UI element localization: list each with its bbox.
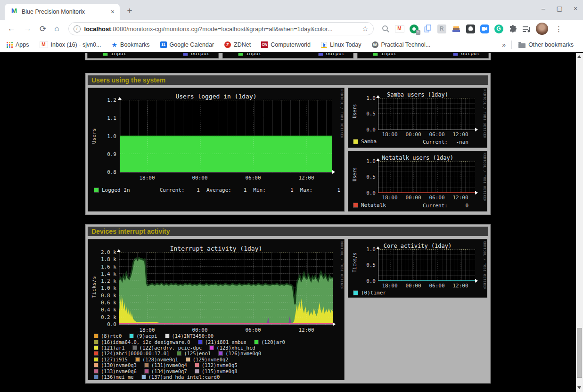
rrdtool-credit: RRDTOOL / TOBI OETIKER bbox=[483, 153, 486, 202]
bookmark-bookmarks[interactable]: ★ Bookmarks bbox=[112, 41, 150, 49]
network-graph-partial[interactable]: Input Output bbox=[87, 53, 219, 58]
window-close-icon[interactable]: × bbox=[572, 5, 579, 12]
legend-label: (131)nvme0q4 bbox=[151, 362, 187, 368]
samba-users-graph[interactable]: Samba users (1day) RRDTOOL / TOBI OETIKE… bbox=[348, 88, 487, 148]
rrdtool-credit: RRDTOOL / TOBI OETIKER bbox=[340, 90, 344, 139]
tick: 2.0 k bbox=[97, 249, 116, 255]
netatalk-users-graph[interactable]: Netatalk users (1day) RRDTOOL / TOBI OET… bbox=[348, 151, 487, 212]
grammarly-extension-icon[interactable]: G bbox=[494, 24, 503, 33]
bookmark-label: Google Calendar bbox=[170, 41, 214, 48]
tick: 1.0 bbox=[358, 95, 376, 101]
legend-swatch bbox=[94, 357, 99, 362]
bookmarks-overflow-icon[interactable]: » bbox=[502, 41, 506, 49]
network-graph-partial[interactable]: Input Output bbox=[357, 53, 489, 58]
apps-grid-icon bbox=[7, 42, 13, 48]
google-voice-extension-icon[interactable]: ? bbox=[410, 24, 419, 33]
tick: 1.0 bbox=[97, 133, 116, 139]
linux-today-icon: lt bbox=[321, 42, 327, 48]
bookmark-star-icon[interactable]: ☆ bbox=[362, 24, 368, 33]
computerworld-icon: CW bbox=[261, 41, 268, 48]
profile-avatar[interactable] bbox=[536, 23, 548, 35]
extensions-puzzle-icon[interactable] bbox=[509, 24, 517, 33]
legend-label: Samba bbox=[361, 139, 377, 145]
bookmark-linux-today[interactable]: lt Linux Today bbox=[321, 41, 361, 48]
zoom-extension-icon[interactable] bbox=[480, 24, 489, 33]
back-icon[interactable]: ← bbox=[8, 24, 16, 33]
tick: 00:00 bbox=[190, 175, 209, 181]
zdnet-icon: Z bbox=[224, 41, 231, 48]
keep-extension-icon[interactable] bbox=[466, 24, 475, 33]
gmail-extension-icon[interactable]: M bbox=[395, 25, 404, 33]
books-extension-icon[interactable] bbox=[452, 24, 461, 33]
bookmark-practical-technology[interactable]: W Practical Technol... bbox=[372, 41, 431, 48]
gmail-icon: M bbox=[40, 41, 48, 48]
bookmark-apps[interactable]: Apps bbox=[7, 41, 29, 48]
scroll-down-icon[interactable] bbox=[577, 386, 581, 389]
home-icon[interactable]: ⌂ bbox=[54, 24, 59, 33]
plot-area bbox=[378, 98, 475, 130]
legend-swatch bbox=[94, 369, 99, 374]
x-axis-arrow-icon bbox=[332, 170, 335, 174]
stat-label: Current: bbox=[423, 203, 448, 209]
tick: 0.5 bbox=[358, 111, 376, 117]
other-bookmarks[interactable]: Other bookmarks bbox=[518, 41, 574, 48]
legend-label: (132)nvme0q5 bbox=[202, 362, 238, 368]
page-scrollbar[interactable] bbox=[576, 53, 583, 392]
folder-icon bbox=[518, 43, 526, 48]
legend-swatch bbox=[195, 369, 199, 374]
legend-label: Logged In bbox=[102, 187, 153, 193]
bookmark-label: ZDNet bbox=[234, 41, 251, 48]
stat-label: Min: bbox=[253, 187, 266, 193]
y-axis-arrow-icon bbox=[118, 97, 122, 100]
core-activity-graph[interactable]: Core activity (1day) RRDTOOL / TOBI OETI… bbox=[348, 239, 487, 298]
legend-swatch bbox=[144, 363, 149, 368]
monitorix-favicon-icon: M bbox=[10, 7, 18, 16]
scroll-up-icon[interactable] bbox=[577, 55, 581, 58]
users-section: Users using the system Users logged in (… bbox=[85, 73, 491, 215]
legend-label: (0)timer bbox=[361, 290, 386, 296]
bookmark-zdnet[interactable]: Z ZDNet bbox=[224, 41, 251, 48]
browser-menu-icon[interactable]: ⋮ bbox=[555, 24, 563, 33]
scrollbar-thumb[interactable] bbox=[577, 328, 582, 378]
tick: 0.6 k bbox=[97, 300, 116, 306]
legend-swatch bbox=[132, 345, 137, 350]
browser-tab[interactable]: M Blue Precision Monitorix × bbox=[5, 4, 120, 20]
legend-swatch bbox=[141, 375, 146, 379]
stat-value: 0 bbox=[449, 203, 468, 209]
bookmark-google-calendar[interactable]: 31 Google Calendar bbox=[160, 41, 214, 48]
legend-swatch bbox=[94, 363, 99, 368]
tick: 18:00 bbox=[138, 327, 156, 333]
tick: 06:00 bbox=[427, 195, 446, 201]
tick: 1.2 k bbox=[97, 278, 116, 284]
maximize-icon[interactable]: ▢ bbox=[556, 5, 563, 12]
interrupt-activity-graph[interactable]: Interrupt activity (1day) RRDTOOL / TOBI… bbox=[88, 239, 345, 380]
svg-text:M: M bbox=[11, 7, 17, 15]
legend-swatch bbox=[94, 188, 99, 193]
tab-close-icon[interactable]: × bbox=[109, 8, 116, 16]
tick: 0.2 k bbox=[97, 314, 116, 320]
chart-legend: Samba bbox=[353, 139, 377, 145]
bookmark-computerworld[interactable]: CW Computerworld bbox=[261, 41, 311, 48]
address-bar[interactable]: i localhost:8080/monitorix-cgi/monitorix… bbox=[68, 22, 374, 35]
legend-swatch bbox=[195, 363, 199, 368]
users-logged-in-graph[interactable]: Users logged in (1day) RRDTOOL / TOBI OE… bbox=[88, 88, 345, 212]
new-tab-button[interactable]: + bbox=[123, 5, 136, 17]
bookmark-label: Linux Today bbox=[330, 41, 361, 48]
tick: 0.4 k bbox=[97, 307, 116, 313]
playlist-extension-icon[interactable] bbox=[522, 25, 531, 33]
r-extension-icon[interactable]: R bbox=[437, 24, 446, 33]
copy-pages-extension-icon[interactable] bbox=[424, 24, 432, 33]
network-graph-partial[interactable]: Input Output bbox=[222, 53, 354, 58]
legend-label: (122)aerdrv, pcie-dpc bbox=[140, 345, 202, 351]
tab-title: Blue Precision Monitorix bbox=[22, 8, 109, 15]
y-axis-arrow-icon bbox=[376, 95, 380, 98]
page-info-icon[interactable]: i bbox=[74, 25, 81, 33]
bookmark-inbox[interactable]: M Inbox (16) - sjvn0... bbox=[40, 41, 101, 48]
reload-icon[interactable]: ⟳ bbox=[40, 24, 46, 34]
legend-label: (126)nvme0q0 bbox=[225, 351, 261, 356]
search-icon[interactable] bbox=[381, 24, 390, 33]
forward-icon[interactable]: → bbox=[24, 24, 32, 33]
legend-label: (124)ahci[0000:00:17.0] bbox=[101, 351, 169, 356]
minimize-icon[interactable]: – bbox=[540, 5, 547, 12]
tick: 0.0 bbox=[358, 278, 376, 284]
